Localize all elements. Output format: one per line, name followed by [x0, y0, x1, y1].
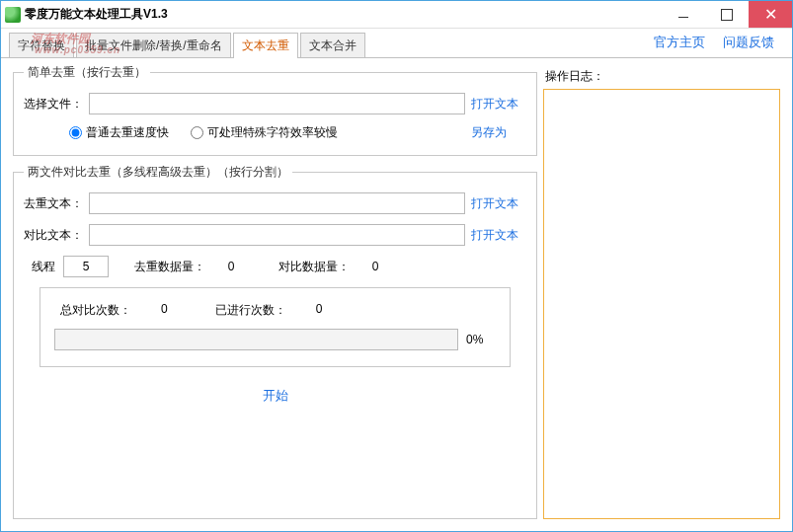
tab-text-merge[interactable]: 文本合并: [300, 33, 365, 57]
simple-dedup-group: 简单去重（按行去重） 选择文件： 打开文本 普通去重速度快 可处理特: [13, 64, 537, 156]
progress-bar: [54, 329, 458, 350]
simple-dedup-legend: 简单去重（按行去重）: [24, 64, 150, 81]
compare-count-value: 0: [354, 260, 397, 273]
compare-text-input[interactable]: [89, 224, 465, 246]
feedback-link[interactable]: 问题反馈: [723, 34, 774, 51]
dedup-text-label: 去重文本：: [24, 195, 83, 212]
save-as-button[interactable]: 另存为: [471, 124, 526, 141]
done-count-label: 已进行次数：: [215, 302, 286, 319]
tab-char-replace[interactable]: 字符替换: [9, 33, 74, 57]
tab-batch-file[interactable]: 批量文件删除/替换/重命名: [76, 33, 231, 57]
log-label: 操作日志：: [545, 68, 780, 85]
compare-dedup-legend: 两文件对比去重（多线程高级去重）（按行分割）: [24, 164, 292, 181]
radio-slow-input[interactable]: [191, 126, 203, 139]
radio-fast[interactable]: 普通去重速度快: [69, 124, 169, 141]
app-icon: [5, 7, 21, 23]
titlebar: 零度万能文本处理工具V1.3 ✕: [1, 1, 792, 29]
total-compare-label: 总对比次数：: [60, 302, 131, 319]
open-text-button-3[interactable]: 打开文本: [471, 227, 526, 244]
dedup-count-label: 去重数据量：: [134, 259, 205, 275]
tabs: 字符替换 批量文件删除/替换/重命名 文本去重 文本合并 官方主页 问题反馈: [1, 29, 792, 58]
window-title: 零度万能文本处理工具V1.3: [25, 6, 168, 23]
total-compare-value: 0: [161, 302, 168, 319]
compare-count-label: 对比数据量：: [278, 259, 350, 275]
minimize-button[interactable]: [662, 1, 705, 28]
dedup-text-input[interactable]: [89, 192, 465, 214]
radio-slow[interactable]: 可处理特殊字符效率较慢: [191, 124, 338, 141]
maximize-button[interactable]: [705, 1, 749, 28]
done-count-value: 0: [316, 302, 323, 319]
start-button[interactable]: 开始: [241, 381, 310, 411]
thread-label: 线程: [24, 259, 55, 275]
open-text-button-2[interactable]: 打开文本: [471, 195, 526, 212]
thread-input[interactable]: [63, 256, 109, 277]
dedup-count-value: 0: [209, 260, 253, 273]
home-link[interactable]: 官方主页: [654, 34, 705, 51]
compare-text-label: 对比文本：: [24, 227, 83, 244]
radio-fast-input[interactable]: [69, 126, 82, 139]
select-file-input[interactable]: [89, 93, 465, 114]
open-text-button-1[interactable]: 打开文本: [471, 96, 526, 113]
log-textarea[interactable]: [543, 89, 780, 519]
close-button[interactable]: ✕: [749, 1, 792, 28]
progress-percent: 0%: [466, 333, 496, 346]
tab-text-dedup[interactable]: 文本去重: [233, 33, 298, 57]
compare-dedup-group: 两文件对比去重（多线程高级去重）（按行分割） 去重文本： 打开文本 对比文本： …: [13, 164, 537, 519]
select-file-label: 选择文件：: [24, 96, 83, 113]
progress-box: 总对比次数： 0 已进行次数： 0 0%: [40, 287, 511, 367]
